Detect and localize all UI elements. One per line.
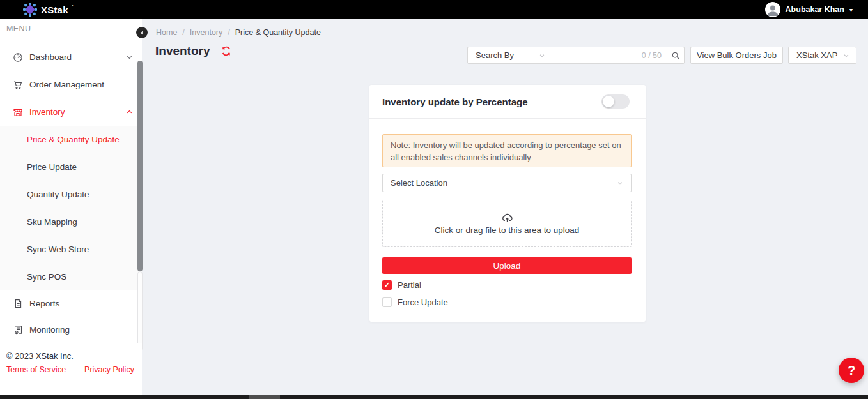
channel-select[interactable]: XStak XAP xyxy=(788,47,856,64)
sidebar-subitem-sku-mapping[interactable]: Sku Mapping xyxy=(0,208,142,236)
breadcrumb-home[interactable]: Home xyxy=(156,28,177,37)
user-menu[interactable]: Abubakar Khan ▾ xyxy=(765,2,853,17)
xstak-logo-icon xyxy=(23,3,37,17)
page-title: Inventory xyxy=(155,44,210,58)
subitem-label: Sync Web Store xyxy=(27,245,89,254)
card-title: Inventory update by Percentage xyxy=(382,96,528,107)
card-header: Inventory update by Percentage xyxy=(369,85,646,119)
sidebar-nav: Dashboard Order Management Inventory xyxy=(0,43,142,343)
location-select[interactable]: Select Location xyxy=(382,174,632,192)
cart-icon xyxy=(13,80,23,90)
brand-trademark: ' xyxy=(72,4,74,10)
subitem-label: Sync POS xyxy=(27,272,66,282)
force-update-checkbox-row[interactable]: Force Update xyxy=(382,297,448,307)
user-name: Abubakar Khan xyxy=(786,5,844,14)
sidebar-item-label: Monitoring xyxy=(29,325,133,335)
sidebar-collapse-button[interactable] xyxy=(136,27,148,38)
subitem-label: Quantity Update xyxy=(27,190,89,199)
channel-select-value: XStak XAP xyxy=(796,50,837,60)
view-bulk-orders-job-button[interactable]: View Bulk Orders Job xyxy=(690,47,783,64)
search-input[interactable] xyxy=(568,50,638,60)
brand: XStak ' xyxy=(23,3,73,17)
view-bulk-orders-job-label: View Bulk Orders Job xyxy=(697,50,777,60)
brand-name: XStak xyxy=(41,4,68,15)
monitoring-icon xyxy=(13,325,23,335)
note-alert: Note: Inventory will be updated accordin… xyxy=(382,134,632,167)
upload-button[interactable]: Upload xyxy=(382,257,632,274)
sidebar-item-monitoring[interactable]: Monitoring xyxy=(0,317,142,343)
menu-label: MENU xyxy=(6,24,31,33)
horizontal-scrollbar[interactable] xyxy=(0,395,868,399)
sidebar-subitem-price-quantity-update[interactable]: Price & Quantity Update xyxy=(0,126,142,153)
force-update-checkbox[interactable] xyxy=(382,297,392,307)
sidebar-scrollbar-thumb[interactable] xyxy=(137,61,143,271)
sidebar-footer: © 2023 XStak Inc. Terms of Service Priva… xyxy=(0,343,142,374)
file-upload-dropzone[interactable]: Click or drag file to this area to uploa… xyxy=(382,200,632,247)
search-by-select[interactable]: Search By xyxy=(467,47,552,64)
partial-checkbox[interactable]: ✓ xyxy=(382,280,392,290)
header-divider xyxy=(142,75,868,75)
subitem-label: Sku Mapping xyxy=(27,217,77,227)
avatar xyxy=(765,2,780,17)
sidebar: MENU Dashboard Order Management xyxy=(0,19,142,395)
percentage-update-card: Inventory update by Percentage Note: Inv… xyxy=(369,85,646,322)
search-icon xyxy=(671,51,680,60)
main-content: Home / Inventory / Price & Quantity Upda… xyxy=(142,19,868,395)
copyright-text: © 2023 XStak Inc. xyxy=(6,351,136,361)
privacy-policy-link[interactable]: Privacy Policy xyxy=(84,365,134,374)
chevron-down-icon xyxy=(126,54,133,61)
file-icon xyxy=(13,299,23,309)
cloud-upload-icon xyxy=(502,213,513,223)
search-button[interactable] xyxy=(667,47,685,64)
percentage-toggle[interactable] xyxy=(601,94,630,109)
app-root: XStak ' Abubakar Khan ▾ MENU Dashboard xyxy=(0,0,868,399)
sidebar-subitem-sync-web-store[interactable]: Sync Web Store xyxy=(0,236,142,263)
subitem-label: Price & Quantity Update xyxy=(27,135,120,144)
chevron-down-icon xyxy=(539,52,545,59)
sidebar-item-label: Order Management xyxy=(29,80,133,89)
refresh-icon[interactable] xyxy=(221,46,231,56)
sidebar-item-label: Inventory xyxy=(29,107,120,117)
chevron-down-icon xyxy=(843,52,849,59)
sidebar-item-label: Dashboard xyxy=(29,52,120,62)
horizontal-scrollbar-thumb[interactable] xyxy=(249,395,280,399)
dashboard-icon xyxy=(13,52,23,63)
toolbar: Search By 0 / 50 View Bulk Orders Job XS… xyxy=(467,47,856,64)
topbar: XStak ' Abubakar Khan ▾ xyxy=(0,0,868,19)
sidebar-subitem-sync-pos[interactable]: Sync POS xyxy=(0,263,142,290)
chevron-down-icon xyxy=(617,180,623,186)
sidebar-subitem-quantity-update[interactable]: Quantity Update xyxy=(0,181,142,208)
location-select-placeholder: Select Location xyxy=(391,178,447,188)
chevron-up-icon xyxy=(126,109,133,116)
sidebar-scrollbar-track xyxy=(137,271,143,351)
caret-down-icon: ▾ xyxy=(849,6,853,13)
breadcrumb-separator: / xyxy=(228,28,229,37)
terms-of-service-link[interactable]: Terms of Service xyxy=(6,365,66,374)
search-counter: 0 / 50 xyxy=(642,51,662,60)
breadcrumb-current: Price & Quantity Update xyxy=(235,28,321,37)
chevron-left-icon xyxy=(139,30,145,36)
sidebar-scrollbar[interactable] xyxy=(137,61,143,351)
partial-checkbox-row[interactable]: ✓ Partial xyxy=(382,280,421,290)
search-input-wrap: 0 / 50 xyxy=(552,47,667,64)
toggle-knob xyxy=(603,96,614,107)
check-icon: ✓ xyxy=(384,281,390,289)
sidebar-item-reports[interactable]: Reports xyxy=(0,290,142,317)
breadcrumb-inventory[interactable]: Inventory xyxy=(190,28,222,37)
sidebar-item-order-management[interactable]: Order Management xyxy=(0,71,142,98)
partial-label: Partial xyxy=(398,280,421,290)
sidebar-item-dashboard[interactable]: Dashboard xyxy=(0,43,142,71)
search-by-label: Search By xyxy=(476,50,514,60)
help-button[interactable]: ? xyxy=(839,358,864,383)
breadcrumb-separator: / xyxy=(182,28,184,37)
subitem-label: Price Update xyxy=(27,162,77,172)
breadcrumb: Home / Inventory / Price & Quantity Upda… xyxy=(156,28,321,37)
force-update-label: Force Update xyxy=(398,297,448,307)
dropzone-text: Click or drag file to this area to uploa… xyxy=(435,225,580,235)
sidebar-subitem-price-update[interactable]: Price Update xyxy=(0,153,142,181)
shop-icon xyxy=(13,107,23,117)
sidebar-item-label: Reports xyxy=(29,299,133,308)
sidebar-item-inventory[interactable]: Inventory xyxy=(0,98,142,126)
inventory-submenu: Price & Quantity Update Price Update Qua… xyxy=(0,126,142,290)
